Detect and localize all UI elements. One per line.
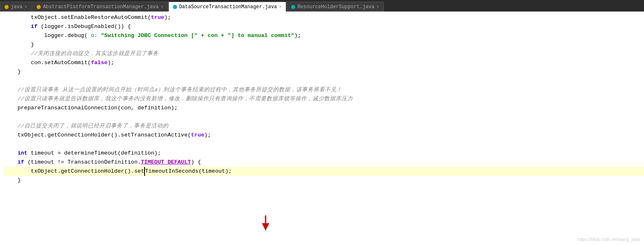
code-line-6: con.setAutoCommit(false); [4, 58, 644, 67]
code-line-5: //关闭连接的自动提交，其实这步就是开启了事务 [4, 49, 644, 58]
code-line-4: } [4, 40, 644, 49]
tab-icon-java [5, 5, 9, 9]
code-line-12 [4, 113, 644, 122]
code-lines: txObject.setEnableRestoreAutoCommit(true… [4, 12, 644, 185]
tab-close-abstract[interactable]: × [161, 5, 163, 9]
tab-abstract[interactable]: AbstractPlatformTransactionManager.java … [32, 2, 168, 12]
code-line-14: txObject.getConnectionHolder().setTransa… [4, 131, 644, 140]
code-line-8 [4, 76, 644, 86]
tab-java[interactable]: java × [0, 2, 32, 12]
tab-icon-abstract [37, 5, 41, 9]
tab-close-java[interactable]: × [25, 5, 28, 9]
code-line-17: if (timeout != TransactionDefinition.TIM… [4, 158, 644, 167]
tab-label-resource: ResourceHolderSupport.java [297, 4, 374, 10]
tab-resource[interactable]: ResourceHolderSupport.java × [287, 2, 384, 12]
tab-label-java: java [11, 4, 23, 10]
tab-bar: java × AbstractPlatformTransactionManage… [0, 0, 644, 12]
red-arrow-indicator [255, 215, 276, 233]
code-line-3: logger.debug( o: "Switching JDBC Connect… [4, 31, 644, 40]
tab-close-resource[interactable]: × [376, 5, 379, 9]
code-content[interactable]: txObject.setEnableRestoreAutoCommit(true… [0, 12, 644, 245]
code-line-1: txObject.setEnableRestoreAutoCommit(true… [4, 13, 644, 22]
code-line-9: //设置只读事务 从这一点设置的时间点开始（时间点a）到这个事务结束的过程中，其… [4, 86, 644, 95]
code-line-16: int timeout = determineTimeout(definitio… [4, 149, 644, 158]
tab-icon-resource [291, 5, 295, 9]
ide-container: java × AbstractPlatformTransactionManage… [0, 0, 644, 245]
code-line-18: txObject.getConnectionHolder().setTimeou… [4, 167, 644, 176]
tab-datasource[interactable]: DataSourceTransactionManager.java × [168, 2, 286, 12]
code-line-2: if (logger.isDebugEnabled()) { [4, 22, 644, 31]
code-area: txObject.setEnableRestoreAutoCommit(true… [0, 12, 644, 245]
code-line-15 [4, 140, 644, 149]
code-line-7: } [4, 67, 644, 76]
code-line-19: } [4, 176, 644, 185]
tab-label-abstract: AbstractPlatformTransactionManager.java [43, 4, 159, 10]
tab-label-datasource: DataSourceTransactionManager.java [179, 4, 277, 10]
code-line-13: //自己提交关闭了，就说明已经开启事务了，事务是活动的 [4, 122, 644, 131]
tab-icon-datasource [173, 5, 177, 9]
code-line-10: //设置只读事务就是告诉数据库，我这个事务内没有新增，修改，删除操作只有查询操作… [4, 95, 644, 104]
tab-close-datasource[interactable]: × [279, 5, 282, 9]
code-line-11: prepareTransactionalConnection(con, defi… [4, 104, 644, 113]
watermark: https://blog.csdn.net/yang_java [577, 237, 640, 242]
